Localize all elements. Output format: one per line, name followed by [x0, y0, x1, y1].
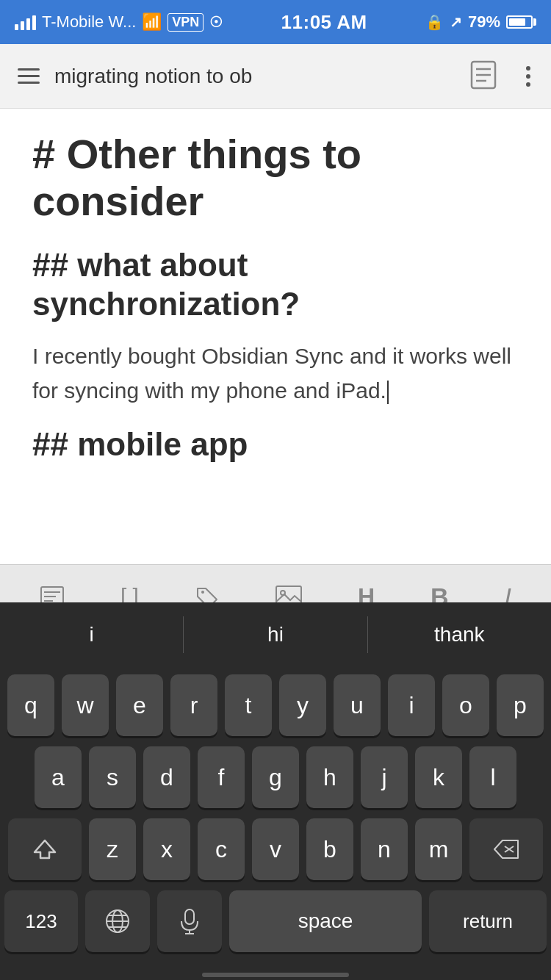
key-e[interactable]: e — [116, 674, 163, 736]
status-right: 🔒 ↗ 79% — [425, 12, 536, 32]
key-v[interactable]: v — [252, 818, 299, 880]
key-l[interactable]: l — [469, 746, 516, 808]
key-u[interactable]: u — [334, 674, 381, 736]
key-p[interactable]: p — [497, 674, 544, 736]
carrier-text: T-Mobile W... — [42, 12, 136, 32]
key-bottom-row: 123 space return — [4, 890, 547, 961]
svg-rect-19 — [185, 909, 194, 924]
key-backspace[interactable] — [469, 818, 543, 880]
key-o[interactable]: o — [442, 674, 489, 736]
key-z[interactable]: z — [89, 818, 136, 880]
key-j[interactable]: j — [361, 746, 408, 808]
suggestion-i[interactable]: i — [0, 602, 183, 667]
key-f[interactable]: f — [198, 746, 245, 808]
key-space[interactable]: space — [229, 890, 422, 952]
battery-icon — [506, 15, 536, 29]
body-text[interactable]: I recently bought Obsidian Sync and it w… — [32, 339, 519, 408]
key-r[interactable]: r — [170, 674, 217, 736]
key-row-1: q w e r t y u i o p — [4, 674, 547, 736]
key-g[interactable]: g — [252, 746, 299, 808]
key-c[interactable]: c — [198, 818, 245, 880]
suggestion-thank[interactable]: thank — [368, 602, 551, 667]
key-a[interactable]: a — [35, 746, 82, 808]
key-q[interactable]: q — [7, 674, 54, 736]
key-b[interactable]: b — [306, 818, 353, 880]
vpn-badge: VPN — [168, 13, 204, 32]
location-icon: ☉ — [209, 13, 223, 31]
nav-title: migrating notion to ob — [54, 65, 455, 88]
heading1: # Other things to consider — [32, 131, 519, 226]
suggestions-row: i hi thank — [0, 602, 551, 667]
key-w[interactable]: w — [62, 674, 109, 736]
status-left: T-Mobile W... 📶 VPN ☉ — [15, 12, 223, 32]
key-shift[interactable] — [8, 818, 82, 880]
key-n[interactable]: n — [361, 818, 408, 880]
more-options[interactable] — [523, 63, 533, 90]
document-icon[interactable] — [470, 60, 497, 93]
heading2-partial: ## mobile app — [32, 425, 519, 464]
key-i[interactable]: i — [388, 674, 435, 736]
suggestion-hi[interactable]: hi — [184, 602, 367, 667]
nav-bar: migrating notion to ob — [0, 44, 551, 109]
text-cursor — [387, 381, 389, 404]
key-row-3: z x c v b n m — [4, 818, 547, 880]
key-numbers[interactable]: 123 — [4, 890, 78, 952]
content-area: # Other things to consider ## what about… — [0, 109, 551, 564]
lock-icon: 🔒 — [425, 13, 444, 31]
wifi-icon: 📶 — [142, 12, 162, 32]
key-t[interactable]: t — [225, 674, 272, 736]
key-h[interactable]: h — [306, 746, 353, 808]
key-x[interactable]: x — [143, 818, 190, 880]
key-return[interactable]: return — [429, 890, 547, 952]
key-s[interactable]: s — [89, 746, 136, 808]
key-rows: q w e r t y u i o p a s d f g h j k l — [0, 667, 551, 967]
key-globe[interactable] — [85, 890, 150, 952]
key-mic[interactable] — [157, 890, 222, 952]
heading2: ## what about synchronization? — [32, 246, 519, 324]
status-time: 11:05 AM — [281, 11, 367, 34]
key-row-2: a s d f g h j k l — [4, 746, 547, 808]
key-k[interactable]: k — [415, 746, 462, 808]
battery-percent: 79% — [468, 12, 500, 32]
svg-point-8 — [201, 591, 204, 594]
keyboard: i hi thank q w e r t y u i o p a s d f g… — [0, 602, 551, 980]
signal-bars — [15, 14, 36, 30]
home-indicator — [202, 973, 349, 977]
key-m[interactable]: m — [415, 818, 462, 880]
status-bar: T-Mobile W... 📶 VPN ☉ 11:05 AM 🔒 ↗ 79% — [0, 0, 551, 44]
key-y[interactable]: y — [279, 674, 326, 736]
hamburger-menu[interactable] — [18, 68, 40, 84]
svg-marker-11 — [35, 840, 55, 858]
location-arrow-icon: ↗ — [450, 13, 462, 31]
key-d[interactable]: d — [143, 746, 190, 808]
